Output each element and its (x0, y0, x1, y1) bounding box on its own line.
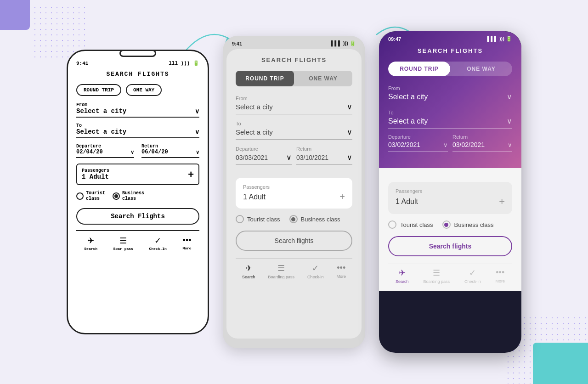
gray-nav-search[interactable]: ✈ Search (242, 263, 255, 279)
passengers-field[interactable]: Passengers 1 Adult + (76, 164, 199, 185)
purple-checkin-nav-icon: ✓ (469, 268, 476, 278)
purple-from-label: From (388, 85, 512, 91)
departure-value: 02/04/20 (76, 149, 103, 155)
purple-phone: 09:47 ▌▌▌ ))) 🔋 SEARCH FLIGHTS ROUND TRI… (379, 31, 521, 353)
business-class-option[interactable]: Businessclass (113, 191, 144, 202)
gray-from-label: From (236, 96, 352, 101)
purple-departure-value: 03/02/2021 (388, 141, 420, 148)
gray-business-class-option[interactable]: Business class (289, 215, 340, 223)
search-nav-icon: ✈ (87, 236, 94, 246)
round-trip-button[interactable]: ROUND TRIP (76, 84, 121, 96)
search-flights-button[interactable]: Search Flights (76, 208, 199, 225)
tourist-class-radio[interactable] (76, 192, 84, 200)
gray-search-flights-button[interactable]: Search flights (236, 231, 352, 251)
gray-departure-field[interactable]: Departure 03/03/2021 ∨ (236, 146, 292, 165)
return-field[interactable]: Return 06/04/20 ∨ (141, 144, 199, 158)
purple-one-way-button[interactable]: ONE WAY (450, 62, 512, 76)
gray-search-nav-icon: ✈ (245, 263, 252, 273)
gray-from-value: Select a city (236, 103, 273, 111)
gray-boarding-nav-label: Boarding pass (268, 275, 294, 279)
to-field[interactable]: To Select a city ∨ (76, 123, 199, 138)
purple-nav-boarding[interactable]: ☰ Boarding pass (423, 268, 450, 284)
gray-round-trip-button[interactable]: ROUND TRIP (236, 71, 294, 86)
purple-search-flights-button[interactable]: Search flights (388, 236, 512, 256)
gray-more-nav-icon: ••• (337, 263, 345, 273)
purple-departure-label: Departure (388, 134, 448, 140)
purple-departure-chevron-icon: ∨ (443, 141, 448, 148)
gray-class-selector: Tourist class Business class (236, 215, 352, 223)
status-bar: 9:41 lll ))) 🔋 (76, 60, 199, 66)
nav-divider (76, 230, 199, 231)
class-selector: Touristclass Businessclass (76, 191, 199, 202)
from-value: Select a city (76, 107, 126, 115)
from-field[interactable]: From Select a city ∨ (76, 102, 199, 118)
gray-from-field[interactable]: From Select a city ∨ (236, 96, 352, 114)
return-value: 06/04/20 (141, 149, 168, 155)
more-nav-label: More (182, 246, 191, 250)
gray-departure-label: Departure (236, 146, 292, 152)
gray-passengers-value: 1 Adult (243, 193, 266, 201)
purple-passengers-section: Passengers 1 Adult + (388, 182, 512, 214)
to-chevron-icon: ∨ (195, 128, 199, 136)
purple-class-selector: Tourist class Business class (388, 220, 512, 229)
status-icons: lll ))) 🔋 (169, 60, 199, 66)
purple-business-class-radio[interactable] (442, 220, 451, 229)
one-way-button[interactable]: ONE WAY (126, 84, 162, 96)
gray-tourist-class-radio[interactable] (236, 215, 244, 223)
gray-passengers-section: Passengers 1 Adult + (236, 178, 352, 209)
boarding-nav-icon: ☰ (119, 236, 127, 246)
gray-return-chevron-icon: ∨ (347, 153, 352, 162)
purple-screen-title: SEARCH FLIGHTS (388, 47, 512, 54)
purple-tourist-class-radio[interactable] (388, 220, 396, 229)
departure-field[interactable]: Departure 02/04/20 ∨ (76, 144, 134, 158)
gray-return-field[interactable]: Return 03/10/2021 ∨ (296, 146, 352, 165)
business-class-label: Businessclass (122, 191, 144, 202)
gray-to-field[interactable]: To Select a city ∨ (236, 121, 352, 140)
bottom-navigation: ✈ Search ☰ Boar pass ✓ Check-In ••• More (76, 236, 199, 251)
gray-business-class-label: Business class (301, 216, 340, 223)
purple-departure-field[interactable]: Departure 03/02/2021 ∨ (388, 134, 448, 152)
checkin-nav-label: Check-In (149, 247, 166, 251)
from-label: From (76, 102, 199, 107)
purple-nav-search[interactable]: ✈ Search (396, 268, 409, 284)
purple-to-field[interactable]: To Select a city ∨ (388, 110, 512, 129)
purple-more-nav-icon: ••• (496, 268, 504, 277)
gray-bottom-navigation: ✈ Search ☰ Boarding pass ✓ Check-in ••• … (236, 258, 352, 279)
purple-round-trip-button[interactable]: ROUND TRIP (388, 62, 450, 76)
gray-nav-checkin[interactable]: ✓ Check-in (307, 263, 324, 279)
gray-nav-boarding[interactable]: ☰ Boarding pass (268, 263, 294, 279)
purple-return-value: 03/02/2021 (452, 141, 485, 148)
gray-nav-more[interactable]: ••• More (336, 263, 346, 279)
gray-search-nav-label: Search (242, 275, 255, 279)
purple-search-nav-label: Search (396, 279, 409, 284)
gray-one-way-button[interactable]: ONE WAY (294, 71, 352, 86)
nav-checkin[interactable]: ✓ Check-In (149, 236, 166, 251)
gray-business-class-radio[interactable] (289, 215, 298, 223)
purple-from-field[interactable]: From Select a city ∨ (388, 85, 512, 104)
gray-add-passenger-button[interactable]: + (339, 192, 345, 202)
purple-return-field[interactable]: Return 03/02/2021 ∨ (452, 134, 512, 152)
gray-to-label: To (236, 121, 352, 126)
business-class-radio[interactable] (113, 192, 120, 200)
purple-nav-more[interactable]: ••• More (495, 268, 505, 284)
purple-nav-checkin[interactable]: ✓ Check-in (464, 268, 481, 284)
gray-dates-row: Departure 03/03/2021 ∨ Return 03/10/2021… (236, 146, 352, 171)
purple-business-class-option[interactable]: Business class (442, 220, 494, 229)
purple-more-nav-label: More (495, 279, 505, 283)
nav-more[interactable]: ••• More (182, 236, 191, 251)
more-nav-icon: ••• (183, 236, 192, 245)
gray-tourist-class-option[interactable]: Tourist class (236, 215, 280, 223)
tourist-class-option[interactable]: Touristclass (76, 191, 105, 202)
gray-status-icons: ▌▌▌ ))) 🔋 (331, 40, 356, 46)
from-chevron-icon: ∨ (195, 107, 199, 115)
purple-return-chevron-icon: ∨ (508, 141, 512, 148)
checkin-nav-icon: ✓ (154, 236, 161, 246)
gray-time: 9:41 (232, 41, 242, 46)
nav-search[interactable]: ✈ Search (84, 236, 97, 251)
gray-more-nav-label: More (336, 274, 346, 279)
gray-return-label: Return (296, 146, 352, 152)
purple-tourist-class-option[interactable]: Tourist class (388, 220, 433, 229)
add-passenger-button[interactable]: + (188, 169, 194, 181)
purple-add-passenger-button[interactable]: + (499, 196, 505, 208)
nav-boarding[interactable]: ☰ Boar pass (113, 236, 133, 251)
